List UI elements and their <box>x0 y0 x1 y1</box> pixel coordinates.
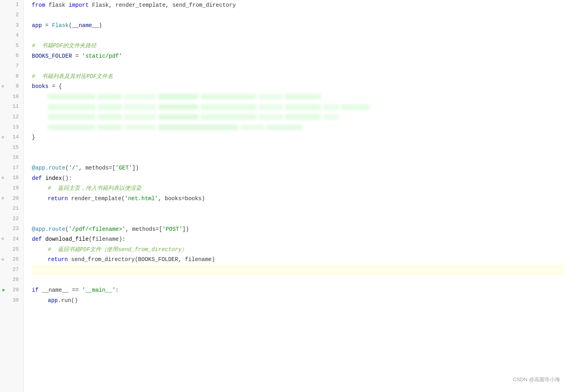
line-26: ⊖26 <box>0 255 23 265</box>
code-line-22 <box>32 214 564 224</box>
code-line-17: @app.route('/', methods=['GET']) <box>32 163 564 174</box>
line-5: 5 <box>0 41 23 51</box>
code-line-30: app.run() <box>32 295 564 306</box>
code-line-3: app = Flask(__name__) <box>32 20 564 31</box>
code-line-16 <box>32 153 564 163</box>
line-28: 28 <box>0 275 23 285</box>
code-line-15 <box>32 142 564 153</box>
line-29: ▶29 <box>0 285 23 296</box>
code-line-2 <box>32 10 564 21</box>
line-3: 3 <box>0 20 23 31</box>
line-16: 16 <box>0 153 23 163</box>
code-line-20: return render_template('net.html', books… <box>32 193 564 204</box>
line-6: 6 <box>0 51 23 61</box>
code-line-26: return send_from_directory(BOOKS_FOLDER,… <box>32 255 564 265</box>
code-line-12: ████████████ ██████ ████████ ██████████ … <box>32 112 564 123</box>
line-24: ⊖24 <box>0 234 23 245</box>
line-8: 8 <box>0 71 23 82</box>
line-9: ⊖9 <box>0 82 23 92</box>
line-10: 10 <box>0 92 23 102</box>
code-line-6: BOOKS_FOLDER = 'static/pdf' <box>32 51 564 61</box>
line-numbers: 1 2 3 4 5 6 7 8 ⊖9 10 11 12 13 ⊖14 15 16… <box>0 0 24 392</box>
line-22: 22 <box>0 214 23 224</box>
line-4: 4 <box>0 31 23 41</box>
line-14: ⊖14 <box>0 133 23 143</box>
line-23: 23 <box>0 224 23 234</box>
code-line-14: } <box>32 133 564 143</box>
code-line-18: def index(): <box>32 173 564 183</box>
code-line-5: # 书籍PDF的文件夹路径 <box>32 41 564 51</box>
code-line-4 <box>32 31 564 41</box>
line-1: 1 <box>0 0 23 10</box>
line-2: 2 <box>0 10 23 21</box>
code-line-27 <box>32 265 564 275</box>
line-21: 21 <box>0 204 23 214</box>
code-line-1: from flask import Flask, render_template… <box>32 0 564 10</box>
code-editor: 1 2 3 4 5 6 7 8 ⊖9 10 11 12 13 ⊖14 15 16… <box>0 0 572 392</box>
code-line-11: ████████████ ██████ ████████ ██████████ … <box>32 102 564 112</box>
code-line-10: ████████████ ██████ ████████ ██████████ … <box>32 92 564 102</box>
line-27: 27 <box>0 265 23 275</box>
code-line-21 <box>32 204 564 214</box>
code-line-24: def download_file(filename): <box>32 234 564 245</box>
line-19: 19 <box>0 183 23 194</box>
code-line-7 <box>32 61 564 72</box>
line-11: 11 <box>0 102 23 112</box>
line-18: ⊖18 <box>0 173 23 183</box>
line-13: 13 <box>0 122 23 133</box>
line-20: ⊖20 <box>0 193 23 204</box>
code-line-28 <box>32 275 564 285</box>
code-line-25: # 返回书籍PDF文件（使用send_from_directory） <box>32 244 564 255</box>
code-line-29: if __name__ == '__main__': <box>32 285 564 296</box>
code-area: from flask import Flask, render_template… <box>24 0 572 392</box>
line-25: 25 <box>0 244 23 255</box>
code-line-8: # 书籍列表及其对应PDF文件名 <box>32 71 564 82</box>
line-15: 15 <box>0 142 23 153</box>
line-30: 30 <box>0 295 23 306</box>
code-line-23: @app.route('/pdf/<filename>', methods=['… <box>32 224 564 234</box>
code-line-13: ████████████ ██████ ████████ ███████████… <box>32 122 564 133</box>
code-line-19: # 返回主页，传入书籍列表以便渲染 <box>32 183 564 194</box>
line-12: 12 <box>0 112 23 123</box>
watermark: CSDN @高圆寺小海 <box>513 376 560 384</box>
code-line-9: books = { <box>32 82 564 92</box>
line-17: 17 <box>0 163 23 174</box>
line-7: 7 <box>0 61 23 72</box>
